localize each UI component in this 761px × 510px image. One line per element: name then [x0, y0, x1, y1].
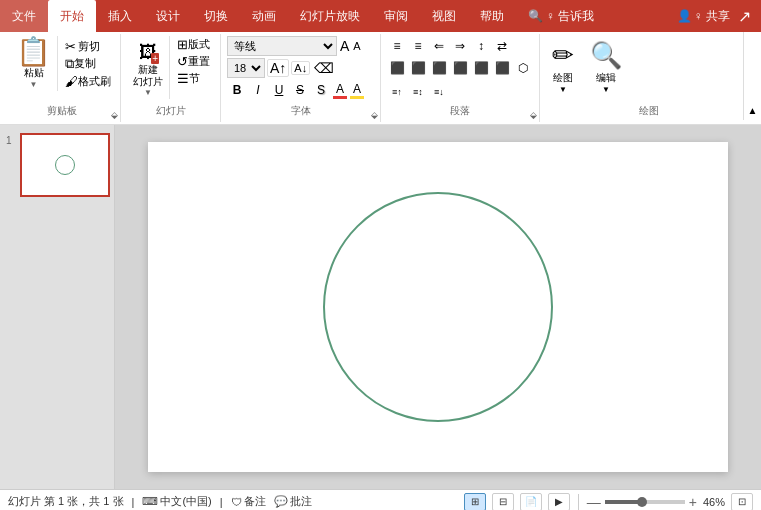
font-size-select[interactable]: 18 — [227, 58, 265, 78]
zoom-slider-thumb — [637, 497, 647, 507]
zoom-slider[interactable] — [605, 500, 685, 504]
edit-button[interactable]: 🔍 编辑 ▼ — [584, 36, 628, 98]
zoom-level-label[interactable]: 46% — [703, 496, 725, 508]
reset-button[interactable]: ↺ 重置 — [174, 53, 213, 70]
font-size-decrement-icon[interactable]: A — [352, 40, 361, 52]
shadow-button[interactable]: S — [311, 80, 331, 100]
comments-button[interactable]: 💬 批注 — [274, 494, 312, 509]
draw-icon: ✏ — [552, 40, 574, 71]
slideshow-button[interactable]: ▶ — [548, 493, 570, 511]
tab-home[interactable]: 开始 — [48, 0, 96, 32]
main-layout: 1 — [0, 125, 761, 489]
status-right: ⊞ ⊟ 📄 ▶ — + 46% ⊡ — [464, 493, 753, 511]
italic-button[interactable]: I — [248, 80, 268, 100]
align-justify-button[interactable]: ⬛ — [450, 58, 470, 78]
zoom-in-button[interactable]: + — [689, 494, 697, 510]
clear-format-icon[interactable]: ⌫ — [312, 60, 336, 76]
tab-view[interactable]: 视图 — [420, 0, 468, 32]
paragraph-expand-icon[interactable]: ⬙ — [530, 110, 537, 120]
new-slide-label: 新建幻灯片 — [133, 64, 163, 88]
fit-window-button[interactable]: ⊡ — [731, 493, 753, 511]
language-indicator[interactable]: ⌨ 中文(中国) — [142, 494, 211, 509]
layout-icon: ⊞ — [177, 37, 188, 52]
paste-dropdown-icon[interactable]: ▼ — [30, 80, 38, 89]
bullet-list-button[interactable]: ≡ — [387, 36, 407, 56]
share-button[interactable]: 👤 ♀ 共享 — [677, 8, 730, 25]
slide-canvas[interactable] — [148, 142, 728, 472]
new-slide-button[interactable]: 🖼 + 新建幻灯片 ▼ — [127, 36, 170, 99]
highlight-color-button[interactable]: A — [349, 81, 365, 100]
zoom-container: — + — [587, 494, 697, 510]
draw-button[interactable]: ✏ 绘图 ▼ — [546, 36, 580, 98]
search-icon: 🔍 — [528, 9, 543, 23]
align-center-button[interactable]: ⬛ — [408, 58, 428, 78]
tab-transitions[interactable]: 切换 — [192, 0, 240, 32]
font-size-up-icon[interactable]: A↑ — [267, 59, 289, 77]
align-middle-button[interactable]: ≡↕ — [408, 82, 428, 102]
font-style-row: B I U S S A A — [227, 80, 365, 100]
status-divider2: | — [220, 496, 223, 508]
slide-number-label: 1 — [6, 135, 12, 146]
numbered-list-button[interactable]: ≡ — [408, 36, 428, 56]
paragraph-group: ≡ ≡ ⇐ ⇒ ↕ ⇄ ⬛ ⬛ ⬛ ⬛ ⬛ ⬛ ⬡ ≡↑ — [381, 34, 540, 122]
ribbon-bar: 📋 粘贴 ▼ ✂ 剪切 ⧉ 复制 🖌 格式刷 — [0, 32, 761, 125]
tab-review[interactable]: 审阅 — [372, 0, 420, 32]
section-button[interactable]: ☰ 节 — [174, 70, 213, 87]
underline-button[interactable]: U — [269, 80, 289, 100]
text-direction-button[interactable]: ⬛ — [492, 58, 512, 78]
ribbon-collapse-button[interactable]: ▲ — [743, 32, 761, 120]
paste-button[interactable]: 📋 粘贴 ▼ — [10, 36, 58, 91]
new-slide-dropdown[interactable]: ▼ — [144, 88, 152, 97]
tab-tell-me[interactable]: 🔍 ♀ 告诉我 — [516, 0, 606, 32]
format-painter-button[interactable]: 🖌 格式刷 — [62, 73, 114, 90]
font-color-button[interactable]: A — [332, 81, 348, 100]
tab-insert[interactable]: 插入 — [96, 0, 144, 32]
copy-button[interactable]: ⧉ 复制 — [62, 55, 114, 73]
clipboard-tools: 📋 粘贴 ▼ ✂ 剪切 ⧉ 复制 🖌 格式刷 — [10, 36, 114, 109]
font-label: 字体 — [221, 104, 380, 118]
ribbon-tabs-bar: 文件 开始 插入 设计 切换 动画 幻灯片放映 审阅 视图 帮助 🔍 ♀ 告诉我… — [0, 0, 761, 32]
align-bottom-button[interactable]: ≡↓ — [429, 82, 449, 102]
clipboard-expand-icon[interactable]: ⬙ — [111, 110, 118, 120]
strikethrough-button[interactable]: S — [290, 80, 310, 100]
align-top-button[interactable]: ≡↑ — [387, 82, 407, 102]
smartart-button[interactable]: ⬡ — [513, 58, 533, 78]
cut-button[interactable]: ✂ 剪切 — [62, 38, 114, 55]
font-name-select[interactable]: 等线 微软雅黑 — [227, 36, 337, 56]
edit-icon: 🔍 — [590, 40, 622, 71]
slide-sorter-button[interactable]: ⊟ — [492, 493, 514, 511]
zoom-out-button[interactable]: — — [587, 494, 601, 510]
normal-view-button[interactable]: ⊞ — [464, 493, 486, 511]
slide-thumb-inner — [22, 135, 108, 195]
font-size-down-icon[interactable]: A↓ — [291, 61, 310, 75]
layout-button[interactable]: ⊞ 版式 — [174, 36, 213, 53]
align-right-button[interactable]: ⬛ — [429, 58, 449, 78]
drawing-group: ✏ 绘图 ▼ 🔍 编辑 ▼ 绘图 — [540, 34, 757, 122]
align-left-button[interactable]: ⬛ — [387, 58, 407, 78]
draw-dropdown[interactable]: ▼ — [559, 85, 567, 94]
font-size-increment-icon[interactable]: A — [339, 38, 350, 54]
slide-circle[interactable] — [323, 192, 553, 422]
comments-icon: 💬 — [274, 495, 288, 508]
tab-animations[interactable]: 动画 — [240, 0, 288, 32]
drawing-label: 绘图 — [540, 104, 757, 118]
tab-design[interactable]: 设计 — [144, 0, 192, 32]
line-spacing-button[interactable]: ↕ — [471, 36, 491, 56]
thumb-circle — [55, 155, 75, 175]
language-icon: ⌨ — [142, 495, 158, 508]
indent-less-button[interactable]: ⇐ — [429, 36, 449, 56]
convert-button[interactable]: ⇄ — [492, 36, 512, 56]
indent-more-button[interactable]: ⇒ — [450, 36, 470, 56]
notes-button[interactable]: 🛡 备注 — [231, 494, 266, 509]
canvas-area[interactable] — [115, 125, 761, 489]
tab-file[interactable]: 文件 — [0, 0, 48, 32]
tab-help[interactable]: 帮助 — [468, 0, 516, 32]
bold-button[interactable]: B — [227, 80, 247, 100]
tab-slideshow[interactable]: 幻灯片放映 — [288, 0, 372, 32]
reading-view-button[interactable]: 📄 — [520, 493, 542, 511]
slide-thumbnail[interactable] — [20, 133, 110, 197]
font-expand-icon[interactable]: ⬙ — [371, 110, 378, 120]
columns-button[interactable]: ⬛ — [471, 58, 491, 78]
edit-dropdown[interactable]: ▼ — [602, 85, 610, 94]
paste-icon: 📋 — [16, 38, 51, 66]
